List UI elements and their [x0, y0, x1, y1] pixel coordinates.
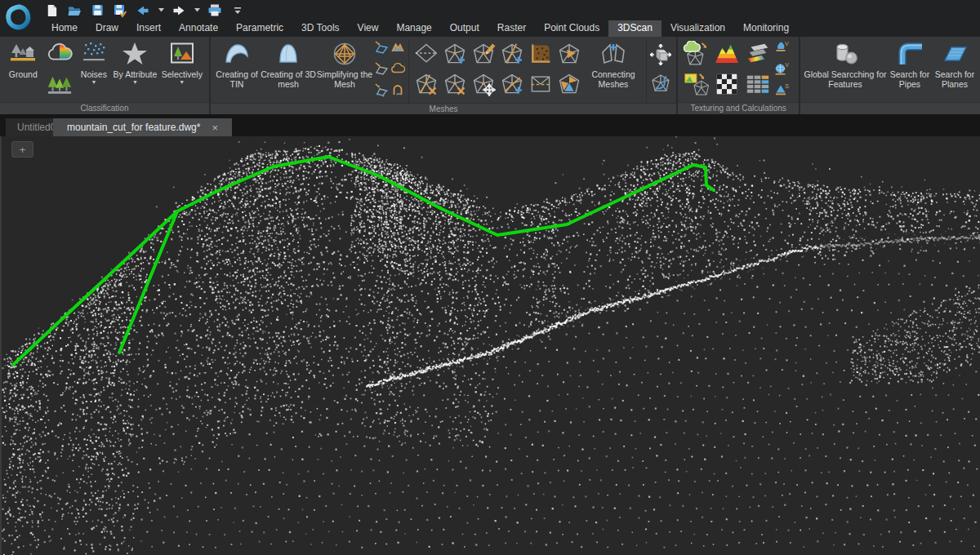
- drawing-viewport[interactable]: +: [0, 136, 980, 555]
- selectively-icon: [168, 40, 196, 68]
- tab-monitoring[interactable]: Monitoring: [734, 20, 798, 37]
- checker-texture-button[interactable]: [711, 69, 742, 99]
- tin-surface-icon: [223, 40, 251, 68]
- selectively-button[interactable]: Selectively ▼: [158, 38, 207, 86]
- close-tab-icon[interactable]: ×: [212, 122, 218, 133]
- surface-from-cloud-gray-icon[interactable]: [374, 61, 389, 76]
- move-mesh-3d-icon[interactable]: [650, 44, 671, 65]
- terrain-patch-icon: [528, 42, 553, 66]
- search-pipes-label: Search for Pipes: [888, 69, 932, 89]
- calculation-table-button[interactable]: [742, 69, 773, 99]
- mesh-small-column-b: [390, 38, 406, 99]
- image-to-mesh-button[interactable]: [680, 69, 711, 99]
- surface-from-points-icon[interactable]: [374, 82, 389, 97]
- global-search-features-button[interactable]: Global Searcching for Features: [803, 38, 888, 89]
- mesh-section-button[interactable]: [412, 38, 440, 69]
- mesh-add-vertex-icon: [443, 42, 467, 66]
- search-pipes-button[interactable]: Search for Pipes: [888, 38, 932, 89]
- by-attribute-button[interactable]: By Attribute ▼: [113, 38, 157, 86]
- save-icon[interactable]: [88, 2, 106, 19]
- undo-dropdown-icon[interactable]: [157, 2, 165, 19]
- redo-dropdown-icon[interactable]: [193, 2, 201, 19]
- mesh-add-vertex-button[interactable]: [440, 38, 469, 69]
- texture-surface-button[interactable]: [526, 38, 555, 69]
- tab-parametric[interactable]: Parametric: [227, 20, 292, 37]
- classify-vegetation-button[interactable]: [44, 70, 75, 100]
- by-attribute-dropdown-icon[interactable]: ▼: [132, 79, 138, 86]
- noises-button[interactable]: Noises ▼: [75, 38, 114, 86]
- creating-tin-button[interactable]: Creating of TIN: [213, 38, 261, 89]
- noises-dropdown-icon[interactable]: ▼: [91, 79, 96, 86]
- title-bar: [0, 0, 980, 20]
- search-planes-button[interactable]: Search for Planes: [932, 38, 978, 89]
- redo-arrow-icon[interactable]: [170, 2, 188, 19]
- save-all-icon[interactable]: [111, 2, 129, 19]
- mesh-tools-grid: [412, 38, 583, 99]
- mesh-move-vertex-button[interactable]: [469, 69, 497, 99]
- tab-insert[interactable]: Insert: [127, 20, 170, 37]
- mesh-edit-button[interactable]: [469, 38, 497, 69]
- tab-manage[interactable]: Manage: [387, 20, 440, 37]
- tab-3dscan[interactable]: 3DScan: [608, 20, 662, 37]
- texturing-grid: [680, 38, 773, 99]
- open-folder-icon[interactable]: [65, 2, 83, 19]
- stacked-layers-icon: [745, 41, 771, 67]
- panel-search: Global Searcching for Features Search fo…: [800, 37, 980, 114]
- classification-stack: [44, 38, 75, 100]
- cloud-rainbow-icon: [46, 41, 74, 67]
- mesh-delete-vertex-button[interactable]: [412, 69, 440, 99]
- classify-cloud-button[interactable]: [44, 39, 75, 69]
- cloud-to-mesh-button[interactable]: [680, 38, 711, 69]
- doc-tab-untitled[interactable]: Untitled0: [6, 118, 53, 136]
- tab-3d-tools[interactable]: 3D Tools: [292, 20, 348, 37]
- mountain-profile-icon[interactable]: [390, 40, 405, 55]
- selectively-dropdown-icon[interactable]: ▼: [179, 79, 185, 86]
- tab-raster[interactable]: Raster: [488, 20, 535, 37]
- layers-button[interactable]: [742, 38, 773, 69]
- point-cloud-canvas[interactable]: [2, 136, 980, 555]
- mesh-colorize-button[interactable]: [555, 69, 583, 99]
- mesh-small-column-c: [649, 38, 672, 99]
- mesh-delete-edge-button[interactable]: [440, 69, 469, 99]
- mesh-add-edge-button[interactable]: [497, 38, 526, 69]
- mesh-contour-curve-icon[interactable]: [650, 73, 671, 94]
- fold-surface-icon[interactable]: [390, 82, 405, 97]
- mesh-boundary-button[interactable]: [526, 69, 555, 99]
- simplifying-mesh-button[interactable]: Simplifying the Mesh: [316, 38, 373, 89]
- add-view-button[interactable]: +: [11, 141, 33, 158]
- simplify-mesh-icon: [331, 40, 359, 68]
- tab-output[interactable]: Output: [441, 20, 488, 37]
- mesh-fill-face-button[interactable]: [555, 38, 583, 69]
- creating-3d-mesh-button[interactable]: Creating of 3D mesh: [261, 38, 316, 89]
- volume-calculation-icon[interactable]: V: [774, 40, 789, 55]
- panel-meshes: Creating of TIN Creating of 3D mesh: [211, 37, 676, 114]
- noises-icon: [80, 40, 108, 68]
- mesh-delete-edge-icon: [443, 72, 467, 96]
- volume-sphere-icon[interactable]: V: [774, 61, 789, 76]
- ground-button[interactable]: Ground: [2, 38, 44, 79]
- undo-arrow-icon[interactable]: [134, 2, 152, 19]
- mesh-edit-pencil-icon: [471, 42, 496, 66]
- doc-tab-untitled-label: Untitled0: [17, 122, 53, 133]
- tab-view[interactable]: View: [349, 20, 388, 37]
- mesh-split-edge-button[interactable]: [497, 69, 526, 99]
- new-file-icon[interactable]: [42, 2, 60, 19]
- cloud-outline-icon[interactable]: [390, 61, 405, 76]
- tab-home[interactable]: Home: [42, 20, 87, 37]
- app-logo-icon[interactable]: [4, 2, 35, 33]
- tab-point-clouds[interactable]: Point Clouds: [535, 20, 608, 37]
- global-search-features-label: Global Searcching for Features: [803, 69, 888, 89]
- area-calculation-icon[interactable]: S: [774, 82, 789, 97]
- tab-draw[interactable]: Draw: [87, 20, 127, 37]
- star-icon: [121, 40, 149, 68]
- surface-from-cloud-blue-icon[interactable]: [374, 40, 389, 55]
- selectively-label: Selectively: [162, 69, 203, 79]
- doc-tab-active[interactable]: mountain_cut_for feature.dwg* ×: [53, 118, 232, 136]
- customize-toolbar-icon[interactable]: [229, 2, 247, 19]
- elevation-map-button[interactable]: [711, 38, 742, 69]
- tab-annotate[interactable]: Annotate: [170, 20, 227, 37]
- tab-visualization[interactable]: Visualization: [662, 20, 734, 37]
- print-icon[interactable]: [206, 2, 224, 19]
- panel-texturing: V V S Texturing and C: [678, 37, 799, 114]
- connecting-meshes-button[interactable]: Connecting Meshes: [583, 38, 644, 89]
